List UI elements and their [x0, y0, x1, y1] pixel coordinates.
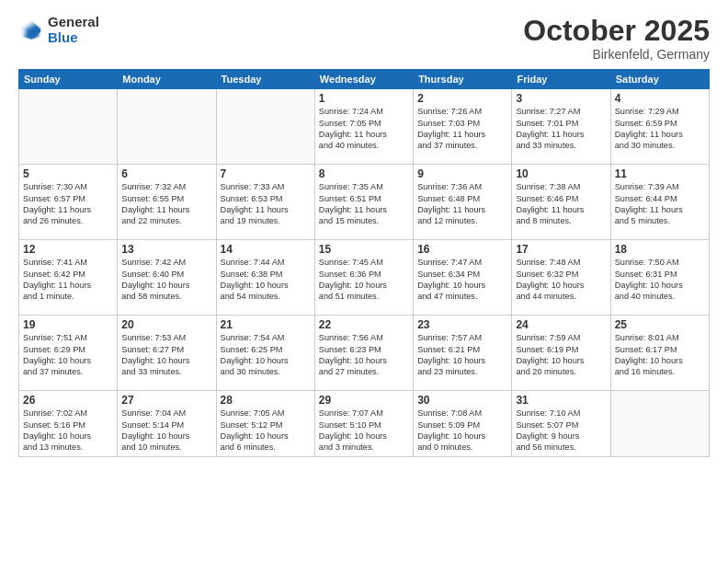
- day-number: 11: [615, 167, 705, 180]
- calendar-day-cell: 18Sunrise: 7:50 AM Sunset: 6:31 PM Dayli…: [610, 240, 709, 316]
- calendar-day-cell: 8Sunrise: 7:35 AM Sunset: 6:51 PM Daylig…: [314, 165, 413, 240]
- calendar-day-cell: 9Sunrise: 7:36 AM Sunset: 6:48 PM Daylig…: [414, 165, 512, 240]
- calendar-day-cell: 13Sunrise: 7:42 AM Sunset: 6:40 PM Dayli…: [118, 240, 216, 316]
- calendar-day-cell: 3Sunrise: 7:27 AM Sunset: 7:01 PM Daylig…: [512, 89, 610, 165]
- calendar-day-cell: 14Sunrise: 7:44 AM Sunset: 6:38 PM Dayli…: [216, 240, 314, 316]
- day-number: 13: [121, 243, 211, 256]
- day-info: Sunrise: 7:04 AM Sunset: 5:14 PM Dayligh…: [121, 408, 211, 454]
- page: General Blue October 2025 Birkenfeld, Ge…: [0, 0, 728, 563]
- calendar-day-cell: [610, 391, 709, 457]
- day-number: 5: [23, 167, 113, 180]
- day-number: 27: [121, 394, 211, 407]
- calendar-day-cell: 7Sunrise: 7:33 AM Sunset: 6:53 PM Daylig…: [216, 165, 314, 240]
- day-info: Sunrise: 7:59 AM Sunset: 6:19 PM Dayligh…: [516, 332, 606, 378]
- day-info: Sunrise: 7:10 AM Sunset: 5:07 PM Dayligh…: [516, 408, 606, 454]
- day-info: Sunrise: 7:51 AM Sunset: 6:29 PM Dayligh…: [23, 332, 113, 378]
- day-info: Sunrise: 7:41 AM Sunset: 6:42 PM Dayligh…: [23, 257, 113, 303]
- weekday-header-thursday: Thursday: [414, 70, 512, 89]
- day-info: Sunrise: 7:08 AM Sunset: 5:09 PM Dayligh…: [417, 408, 507, 454]
- logo-blue-text: Blue: [48, 30, 99, 46]
- day-number: 2: [417, 92, 507, 105]
- day-info: Sunrise: 7:05 AM Sunset: 5:12 PM Dayligh…: [221, 408, 311, 454]
- day-number: 23: [417, 318, 507, 331]
- day-number: 24: [516, 318, 606, 331]
- day-number: 15: [319, 243, 409, 256]
- day-number: 4: [615, 92, 705, 105]
- day-info: Sunrise: 7:57 AM Sunset: 6:21 PM Dayligh…: [417, 332, 507, 378]
- day-info: Sunrise: 7:32 AM Sunset: 6:55 PM Dayligh…: [121, 181, 211, 227]
- day-info: Sunrise: 7:26 AM Sunset: 7:03 PM Dayligh…: [417, 106, 507, 152]
- day-number: 29: [319, 394, 409, 407]
- day-number: 26: [23, 394, 113, 407]
- day-info: Sunrise: 7:44 AM Sunset: 6:38 PM Dayligh…: [221, 257, 311, 303]
- day-number: 10: [516, 167, 606, 180]
- calendar-day-cell: 19Sunrise: 7:51 AM Sunset: 6:29 PM Dayli…: [19, 316, 118, 391]
- day-number: 9: [417, 167, 507, 180]
- logo-icon: [18, 17, 44, 43]
- calendar-day-cell: 5Sunrise: 7:30 AM Sunset: 6:57 PM Daylig…: [19, 165, 118, 240]
- calendar-day-cell: [19, 89, 118, 165]
- day-number: 16: [417, 243, 507, 256]
- day-info: Sunrise: 8:01 AM Sunset: 6:17 PM Dayligh…: [615, 332, 705, 378]
- month-title: October 2025: [523, 15, 710, 47]
- day-info: Sunrise: 7:42 AM Sunset: 6:40 PM Dayligh…: [121, 257, 211, 303]
- calendar-day-cell: 29Sunrise: 7:07 AM Sunset: 5:10 PM Dayli…: [314, 391, 413, 457]
- day-info: Sunrise: 7:54 AM Sunset: 6:25 PM Dayligh…: [221, 332, 311, 378]
- day-number: 1: [319, 92, 409, 105]
- title-area: October 2025 Birkenfeld, Germany: [523, 15, 710, 62]
- day-number: 30: [417, 394, 507, 407]
- calendar-day-cell: 30Sunrise: 7:08 AM Sunset: 5:09 PM Dayli…: [414, 391, 512, 457]
- weekday-header-tuesday: Tuesday: [216, 70, 314, 89]
- logo-text: General Blue: [48, 15, 99, 45]
- day-info: Sunrise: 7:35 AM Sunset: 6:51 PM Dayligh…: [319, 181, 409, 227]
- calendar-day-cell: 17Sunrise: 7:48 AM Sunset: 6:32 PM Dayli…: [512, 240, 610, 316]
- day-info: Sunrise: 7:56 AM Sunset: 6:23 PM Dayligh…: [319, 332, 409, 378]
- location-subtitle: Birkenfeld, Germany: [523, 47, 710, 62]
- calendar-day-cell: 22Sunrise: 7:56 AM Sunset: 6:23 PM Dayli…: [314, 316, 413, 391]
- logo-general-text: General: [48, 15, 99, 30]
- calendar-day-cell: 31Sunrise: 7:10 AM Sunset: 5:07 PM Dayli…: [512, 391, 610, 457]
- day-info: Sunrise: 7:30 AM Sunset: 6:57 PM Dayligh…: [23, 181, 113, 227]
- calendar-day-cell: 12Sunrise: 7:41 AM Sunset: 6:42 PM Dayli…: [19, 240, 118, 316]
- day-number: 20: [121, 318, 211, 331]
- weekday-header-friday: Friday: [512, 70, 610, 89]
- calendar-day-cell: 6Sunrise: 7:32 AM Sunset: 6:55 PM Daylig…: [118, 165, 216, 240]
- calendar-day-cell: 21Sunrise: 7:54 AM Sunset: 6:25 PM Dayli…: [216, 316, 314, 391]
- day-info: Sunrise: 7:53 AM Sunset: 6:27 PM Dayligh…: [121, 332, 211, 378]
- day-info: Sunrise: 7:47 AM Sunset: 6:34 PM Dayligh…: [417, 257, 507, 303]
- day-info: Sunrise: 7:36 AM Sunset: 6:48 PM Dayligh…: [417, 181, 507, 227]
- day-number: 17: [516, 243, 606, 256]
- calendar-day-cell: 11Sunrise: 7:39 AM Sunset: 6:44 PM Dayli…: [610, 165, 709, 240]
- day-number: 3: [516, 92, 606, 105]
- day-info: Sunrise: 7:50 AM Sunset: 6:31 PM Dayligh…: [615, 257, 705, 303]
- day-number: 14: [221, 243, 311, 256]
- calendar-day-cell: 28Sunrise: 7:05 AM Sunset: 5:12 PM Dayli…: [216, 391, 314, 457]
- day-number: 12: [23, 243, 113, 256]
- day-number: 25: [615, 318, 705, 331]
- calendar-week-row: 12Sunrise: 7:41 AM Sunset: 6:42 PM Dayli…: [19, 240, 710, 316]
- day-number: 21: [221, 318, 311, 331]
- calendar-day-cell: 10Sunrise: 7:38 AM Sunset: 6:46 PM Dayli…: [512, 165, 610, 240]
- day-number: 28: [221, 394, 311, 407]
- calendar-day-cell: 1Sunrise: 7:24 AM Sunset: 7:05 PM Daylig…: [314, 89, 413, 165]
- day-number: 22: [319, 318, 409, 331]
- calendar-day-cell: 24Sunrise: 7:59 AM Sunset: 6:19 PM Dayli…: [512, 316, 610, 391]
- day-info: Sunrise: 7:02 AM Sunset: 5:16 PM Dayligh…: [23, 408, 113, 454]
- calendar-day-cell: 25Sunrise: 8:01 AM Sunset: 6:17 PM Dayli…: [610, 316, 709, 391]
- calendar-table: SundayMondayTuesdayWednesdayThursdayFrid…: [18, 69, 710, 457]
- day-info: Sunrise: 7:45 AM Sunset: 6:36 PM Dayligh…: [319, 257, 409, 303]
- day-number: 18: [615, 243, 705, 256]
- calendar-day-cell: 26Sunrise: 7:02 AM Sunset: 5:16 PM Dayli…: [19, 391, 118, 457]
- weekday-header-sunday: Sunday: [19, 70, 118, 89]
- day-info: Sunrise: 7:27 AM Sunset: 7:01 PM Dayligh…: [516, 106, 606, 152]
- calendar-week-row: 26Sunrise: 7:02 AM Sunset: 5:16 PM Dayli…: [19, 391, 710, 457]
- day-info: Sunrise: 7:48 AM Sunset: 6:32 PM Dayligh…: [516, 257, 606, 303]
- day-info: Sunrise: 7:39 AM Sunset: 6:44 PM Dayligh…: [615, 181, 705, 227]
- header: General Blue October 2025 Birkenfeld, Ge…: [18, 15, 710, 62]
- day-number: 19: [23, 318, 113, 331]
- day-info: Sunrise: 7:38 AM Sunset: 6:46 PM Dayligh…: [516, 181, 606, 227]
- weekday-header-saturday: Saturday: [610, 70, 709, 89]
- day-number: 8: [319, 167, 409, 180]
- calendar-day-cell: 20Sunrise: 7:53 AM Sunset: 6:27 PM Dayli…: [118, 316, 216, 391]
- day-info: Sunrise: 7:07 AM Sunset: 5:10 PM Dayligh…: [319, 408, 409, 454]
